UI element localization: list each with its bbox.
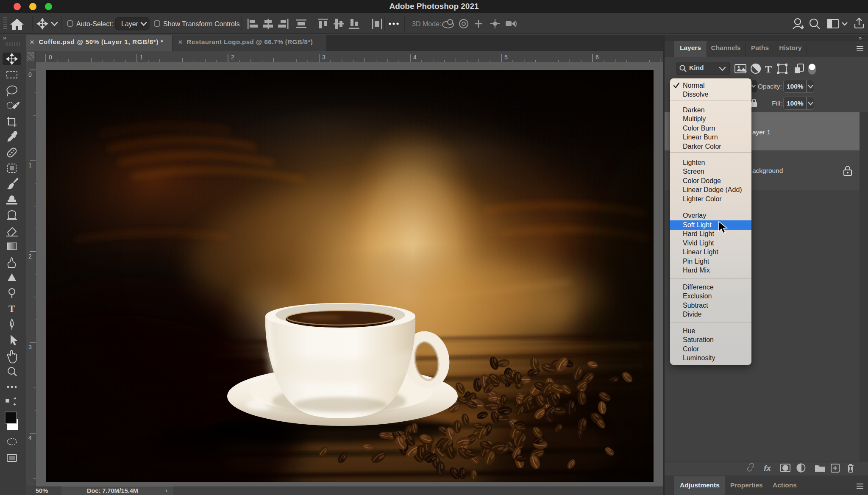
svg-text:0: 0 bbox=[49, 54, 52, 61]
svg-text:1: 1 bbox=[28, 162, 32, 169]
svg-text:3: 3 bbox=[28, 344, 32, 350]
svg-text:3: 3 bbox=[322, 54, 326, 61]
svg-text:3D Mode:: 3D Mode: bbox=[412, 20, 441, 28]
svg-text:0: 0 bbox=[28, 71, 32, 78]
svg-text:5: 5 bbox=[504, 54, 508, 61]
svg-text:Show Transform Controls: Show Transform Controls bbox=[163, 20, 240, 28]
svg-text:fx: fx bbox=[764, 464, 771, 473]
svg-text:4: 4 bbox=[28, 434, 32, 441]
svg-text:Auto-Select:: Auto-Select: bbox=[76, 20, 113, 28]
svg-text:Layer: Layer bbox=[121, 20, 139, 28]
svg-text:4: 4 bbox=[413, 54, 417, 61]
svg-text:6: 6 bbox=[595, 54, 599, 61]
svg-text:1: 1 bbox=[140, 54, 143, 61]
svg-text:T: T bbox=[765, 64, 772, 75]
svg-text:T: T bbox=[8, 303, 15, 314]
svg-text:2: 2 bbox=[231, 54, 234, 61]
svg-text:2: 2 bbox=[28, 253, 32, 260]
